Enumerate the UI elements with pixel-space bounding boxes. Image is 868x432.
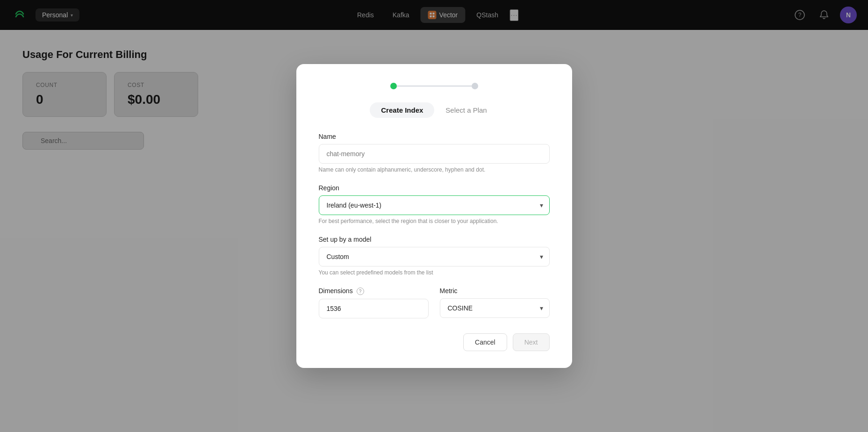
name-field-group: Name Name can only contain alphanumeric,…	[319, 133, 550, 173]
dimensions-label: Dimensions ?	[319, 287, 429, 295]
model-field-group: Set up by a model Custom OpenAI text-emb…	[319, 236, 550, 276]
step-1-label[interactable]: Create Index	[370, 102, 434, 118]
metric-select-wrap: COSINE EUCLIDEAN DOT_PRODUCT ▾	[440, 298, 550, 318]
step-2-label[interactable]: Select a Plan	[434, 102, 498, 118]
region-select-wrap: Ireland (eu-west-1) US East (us-east-1) …	[319, 195, 550, 215]
metric-field-group: Metric COSINE EUCLIDEAN DOT_PRODUCT ▾	[440, 287, 550, 318]
modal-footer: Cancel Next	[319, 333, 550, 351]
modal-overlay: Create Index Select a Plan Name Name can…	[0, 0, 868, 432]
name-hint: Name can only contain alphanumeric, unde…	[319, 166, 550, 173]
next-button[interactable]: Next	[513, 333, 550, 351]
region-field-group: Region Ireland (eu-west-1) US East (us-e…	[319, 184, 550, 224]
model-select[interactable]: Custom OpenAI text-embedding-ada-002 Coh…	[319, 247, 550, 266]
region-hint: For best performance, select the region …	[319, 218, 550, 224]
dimensions-metric-row: Dimensions ? Metric COSINE EUCLIDEAN DOT…	[319, 287, 550, 330]
create-index-modal: Create Index Select a Plan Name Name can…	[296, 64, 572, 368]
model-hint: You can select predefined models from th…	[319, 269, 550, 276]
cancel-button[interactable]: Cancel	[463, 333, 507, 351]
model-label: Set up by a model	[319, 236, 550, 243]
region-select[interactable]: Ireland (eu-west-1) US East (us-east-1) …	[319, 195, 550, 215]
dimensions-help-icon[interactable]: ?	[357, 288, 364, 295]
name-input[interactable]	[319, 144, 550, 164]
dimensions-input[interactable]	[319, 299, 429, 318]
step-1-dot	[390, 83, 397, 89]
region-label: Region	[319, 184, 550, 192]
metric-select[interactable]: COSINE EUCLIDEAN DOT_PRODUCT	[440, 298, 550, 318]
step-labels: Create Index Select a Plan	[319, 102, 550, 118]
metric-label: Metric	[440, 287, 550, 295]
dimensions-field-group: Dimensions ?	[319, 287, 429, 318]
step-2-dot	[472, 83, 478, 89]
name-label: Name	[319, 133, 550, 140]
model-select-wrap: Custom OpenAI text-embedding-ada-002 Coh…	[319, 247, 550, 266]
step-line	[397, 86, 472, 86]
stepper	[319, 83, 550, 89]
